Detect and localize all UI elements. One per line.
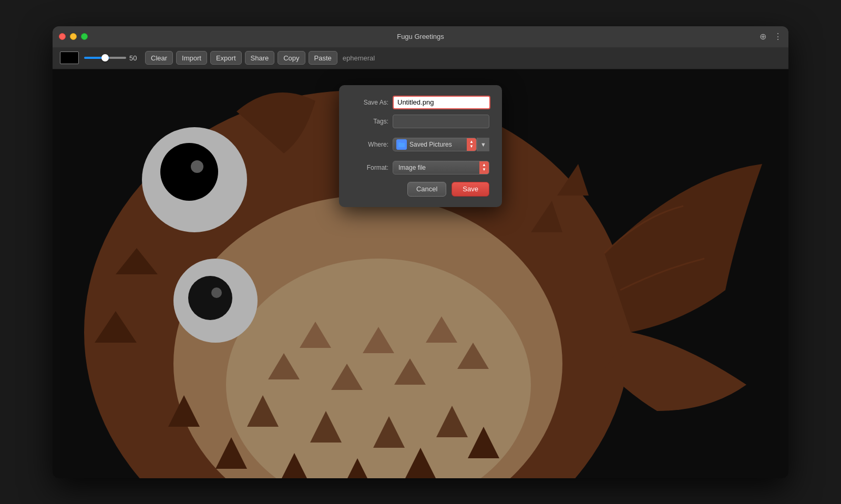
- format-row: Format: Image file ▲ ▼: [352, 161, 489, 174]
- format-select[interactable]: Image file ▲ ▼: [393, 161, 489, 174]
- where-expand-button[interactable]: ▼: [477, 138, 489, 151]
- maximize-button[interactable]: [81, 33, 88, 40]
- save-as-row: Save As:: [352, 96, 489, 109]
- brush-size-value: 50: [129, 54, 140, 62]
- tags-row: Tags:: [352, 115, 489, 128]
- close-button[interactable]: [59, 33, 66, 40]
- cancel-button[interactable]: Cancel: [407, 182, 446, 197]
- dialog-overlay: Save As: Tags: Where:: [53, 69, 788, 478]
- canvas-area[interactable]: Save As: Tags: Where:: [53, 69, 788, 478]
- traffic-lights: [59, 33, 88, 40]
- where-row: Where: Saved Pictures ▲ ▼ ▼: [352, 138, 489, 151]
- puzzle-icon[interactable]: ⊕: [760, 32, 766, 42]
- where-label: Where:: [352, 141, 388, 148]
- save-as-input[interactable]: [393, 96, 490, 109]
- import-button[interactable]: Import: [176, 51, 207, 65]
- where-stepper[interactable]: ▲ ▼: [467, 138, 476, 151]
- format-stepper[interactable]: ▲ ▼: [479, 161, 489, 174]
- clear-button[interactable]: Clear: [145, 51, 173, 65]
- titlebar-actions: ⊕ ⋮: [760, 32, 782, 42]
- window-title: Fugu Greetings: [397, 33, 444, 40]
- tags-label: Tags:: [352, 118, 388, 125]
- paste-button[interactable]: Paste: [309, 51, 337, 65]
- export-button[interactable]: Export: [210, 51, 242, 65]
- minimize-button[interactable]: [70, 33, 77, 40]
- menu-icon[interactable]: ⋮: [774, 32, 782, 42]
- titlebar: Fugu Greetings ⊕ ⋮: [53, 26, 788, 47]
- folder-icon: [396, 139, 407, 150]
- save-as-label: Save As:: [352, 99, 388, 106]
- app-window: Fugu Greetings ⊕ ⋮ 50 Clear Import Expor…: [53, 26, 788, 478]
- where-container[interactable]: Saved Pictures ▲ ▼: [393, 138, 477, 151]
- dialog-buttons: Cancel Save: [352, 182, 489, 197]
- share-button[interactable]: Share: [245, 51, 275, 65]
- ephemeral-label: ephemeral: [343, 54, 375, 62]
- save-dialog: Save As: Tags: Where:: [339, 85, 502, 207]
- brush-size-container: 50: [84, 54, 140, 62]
- format-value: Image file: [393, 164, 479, 171]
- color-swatch[interactable]: [60, 52, 79, 64]
- toolbar: 50 Clear Import Export Share Copy Paste …: [53, 47, 788, 69]
- tags-input[interactable]: [393, 115, 489, 128]
- format-label: Format:: [352, 164, 388, 171]
- where-value: Saved Pictures: [407, 141, 467, 148]
- save-button[interactable]: Save: [452, 182, 489, 197]
- brush-size-slider[interactable]: [84, 57, 126, 59]
- copy-button[interactable]: Copy: [278, 51, 305, 65]
